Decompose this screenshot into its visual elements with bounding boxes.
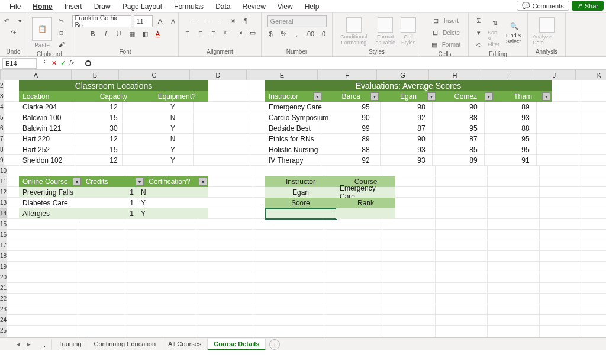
evals-r0-c0[interactable]: Emergency Care <box>265 102 336 112</box>
evals-r1-c4[interactable]: 93 <box>499 112 552 123</box>
cell-G15[interactable] <box>383 219 436 230</box>
evals-r2-c1[interactable]: 99 <box>336 123 395 134</box>
cell-K12[interactable] <box>582 187 606 198</box>
online-r1-c0[interactable]: Diabetes Care <box>19 198 90 208</box>
cell-G16[interactable] <box>383 230 436 240</box>
redo-icon[interactable]: ↷ <box>8 27 19 38</box>
undo-icon[interactable]: ↶ <box>2 15 12 26</box>
cell-J18[interactable] <box>540 251 582 262</box>
evals-r3-c2[interactable]: 90 <box>395 134 447 144</box>
spreadsheet-grid[interactable]: ABCDEFGHIJKL 234567891011121314151617181… <box>0 70 606 350</box>
cell-J25[interactable] <box>540 326 582 336</box>
menu-formulas[interactable]: Formulas <box>168 1 209 12</box>
classroom-r0-c1[interactable]: 12 <box>90 102 137 112</box>
cell-K21[interactable] <box>582 283 606 294</box>
col-header-J[interactable]: J <box>533 70 576 80</box>
cell-F17[interactable] <box>324 240 383 251</box>
cell-D20[interactable] <box>196 272 253 283</box>
classroom-r5-c0[interactable]: Sheldon 102 <box>19 155 90 166</box>
menu-draw[interactable]: Draw <box>88 1 117 12</box>
cell-H20[interactable] <box>436 272 488 283</box>
align-top-icon[interactable]: ≡ <box>189 15 199 26</box>
cell-D17[interactable] <box>196 240 253 251</box>
cell-C10[interactable] <box>125 166 196 176</box>
name-box[interactable] <box>2 58 37 69</box>
row-header-22[interactable]: 22 <box>0 294 7 304</box>
col-header-K[interactable]: K <box>576 70 606 80</box>
cell-H12[interactable] <box>436 187 488 198</box>
cell-K11[interactable] <box>582 176 606 187</box>
cell-E24[interactable] <box>253 315 324 326</box>
online-r2-c2[interactable]: Y <box>137 208 208 219</box>
row-header-16[interactable]: 16 <box>0 230 7 240</box>
evals-r1-c1[interactable]: 90 <box>336 112 395 123</box>
evals-r5-c0[interactable]: IV Therapy <box>265 155 336 166</box>
evals-r2-c3[interactable]: 95 <box>447 123 499 134</box>
lookup-instructor-value[interactable]: Egan <box>265 187 336 198</box>
col-header-D[interactable]: D <box>190 70 247 80</box>
orientation-icon[interactable]: ⤮ <box>228 15 238 26</box>
cell-D24[interactable] <box>196 315 253 326</box>
classroom-r2-c1[interactable]: 30 <box>90 123 137 134</box>
cell-E15[interactable] <box>253 219 324 230</box>
percent-icon[interactable]: % <box>279 28 289 39</box>
cell-H14[interactable] <box>436 208 488 219</box>
cell-K3[interactable] <box>579 91 606 102</box>
cell-K17[interactable] <box>582 240 606 251</box>
evals-r4-c3[interactable]: 85 <box>447 144 499 155</box>
cell-B18[interactable] <box>78 251 125 262</box>
cut-icon[interactable]: ✂ <box>56 15 66 26</box>
currency-icon[interactable]: $ <box>266 28 276 39</box>
cell-F21[interactable] <box>324 283 383 294</box>
cell-F15[interactable] <box>324 219 383 230</box>
cell-J24[interactable] <box>540 315 582 326</box>
font-color-icon[interactable]: A <box>153 28 163 39</box>
evals-r5-c4[interactable]: 91 <box>499 155 552 166</box>
cell-B20[interactable] <box>78 272 125 283</box>
cell-K24[interactable] <box>582 315 606 326</box>
cell-G20[interactable] <box>383 272 436 283</box>
cell-G18[interactable] <box>383 251 436 262</box>
cell-I21[interactable] <box>488 283 540 294</box>
row-header-19[interactable]: 19 <box>0 262 7 272</box>
classroom-r0-c0[interactable]: Clarke 204 <box>19 102 90 112</box>
cell-K5[interactable] <box>579 112 606 123</box>
cell-C20[interactable] <box>125 272 196 283</box>
cell-D16[interactable] <box>196 230 253 240</box>
copy-icon[interactable]: ⧉ <box>56 27 66 38</box>
cell-K20[interactable] <box>582 272 606 283</box>
evals-r3-c4[interactable]: 95 <box>499 134 552 144</box>
evals-r2-c2[interactable]: 87 <box>395 123 447 134</box>
classroom-r5-c1[interactable]: 12 <box>90 155 137 166</box>
font-family-combo[interactable]: Franklin Gothic Bo <box>72 15 131 27</box>
cell-H22[interactable] <box>436 294 488 304</box>
cell-B25[interactable] <box>78 326 125 336</box>
col-header-B[interactable]: B <box>72 70 119 80</box>
cell-D19[interactable] <box>196 262 253 272</box>
online-r2-c1[interactable]: 1 <box>90 208 137 219</box>
cell-K8[interactable] <box>579 144 606 155</box>
wrap-text-icon[interactable]: ¶ <box>241 15 252 26</box>
cell-K4[interactable] <box>579 102 606 112</box>
cell-J11[interactable] <box>540 176 582 187</box>
cell-J22[interactable] <box>540 294 582 304</box>
row-header-14[interactable]: 14 <box>0 208 7 219</box>
evals-r3-c1[interactable]: 89 <box>336 134 395 144</box>
format-painter-icon[interactable]: 🖌 <box>56 39 66 50</box>
cell-B23[interactable] <box>78 304 125 315</box>
cell-J23[interactable] <box>540 304 582 315</box>
merge-icon[interactable]: ▭ <box>247 27 258 38</box>
menu-file[interactable]: File <box>4 1 27 12</box>
online-r0-c2[interactable]: N <box>137 187 208 198</box>
filter-dropdown-icon[interactable]: ▾ <box>199 178 207 186</box>
bold-button[interactable]: B <box>88 28 98 39</box>
classroom-r3-c0[interactable]: Hart 220 <box>19 134 90 144</box>
evals-r0-c4[interactable]: 89 <box>499 102 552 112</box>
row-header-17[interactable]: 17 <box>0 240 7 251</box>
cell-G10[interactable] <box>383 166 436 176</box>
filter-dropdown-icon[interactable]: ▾ <box>542 92 550 101</box>
cell-H11[interactable] <box>436 176 488 187</box>
comments-button[interactable]: 💬Comments <box>517 1 569 11</box>
evals-r4-c1[interactable]: 88 <box>336 144 395 155</box>
clear-icon[interactable]: ◇ <box>473 39 484 50</box>
